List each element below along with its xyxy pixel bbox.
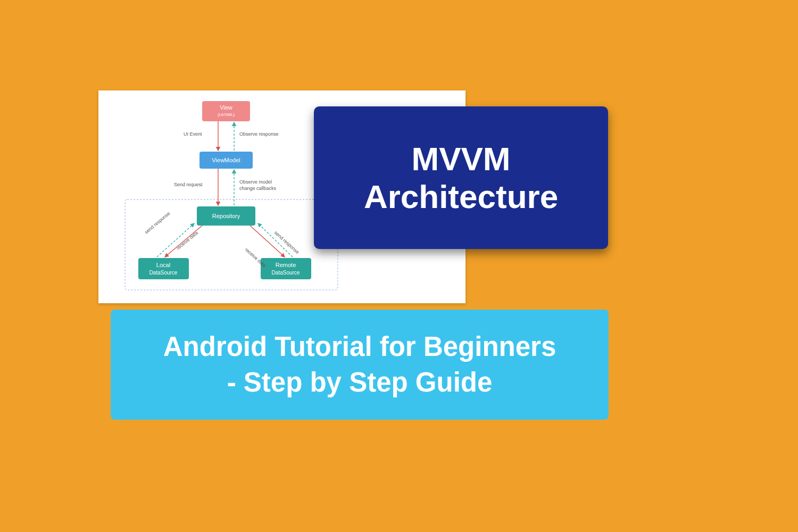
subtitle-line-1: Android Tutorial for Beginners xyxy=(163,329,556,364)
remote-datasource-node xyxy=(261,258,311,279)
label-receive-data-left: receive data xyxy=(176,230,199,251)
label-ui-event: UI Event xyxy=(184,131,202,137)
title-line-1: MVVM xyxy=(364,140,558,178)
arrow-repo-to-remote xyxy=(250,226,285,257)
label-receive-data-right: receive data xyxy=(244,247,267,268)
title-card: MVVM Architecture xyxy=(314,106,608,249)
label-observe-response: Observe response xyxy=(239,131,279,137)
view-subtitle: (UI/XML) xyxy=(218,112,235,117)
remote-subtitle: DataSource xyxy=(272,270,300,276)
title-line-2: Architecture xyxy=(364,178,558,215)
local-subtitle: DataSource xyxy=(149,270,178,276)
label-send-response-left: send response xyxy=(144,211,171,235)
remote-title: Remote xyxy=(276,262,296,268)
label-send-request: Send request xyxy=(174,182,203,187)
view-title: View xyxy=(220,104,232,111)
label-change-callbacks: change callbacks xyxy=(239,186,277,191)
label-observe-model: Observe model xyxy=(239,179,272,185)
subtitle-card: Android Tutorial for Beginners - Step by… xyxy=(111,310,609,420)
repository-title: Repository xyxy=(212,213,240,219)
local-datasource-node xyxy=(138,258,189,279)
viewmodel-title: ViewModel xyxy=(212,157,240,163)
subtitle-line-2: - Step by Step Guide xyxy=(163,365,556,400)
local-title: Local xyxy=(156,262,170,268)
